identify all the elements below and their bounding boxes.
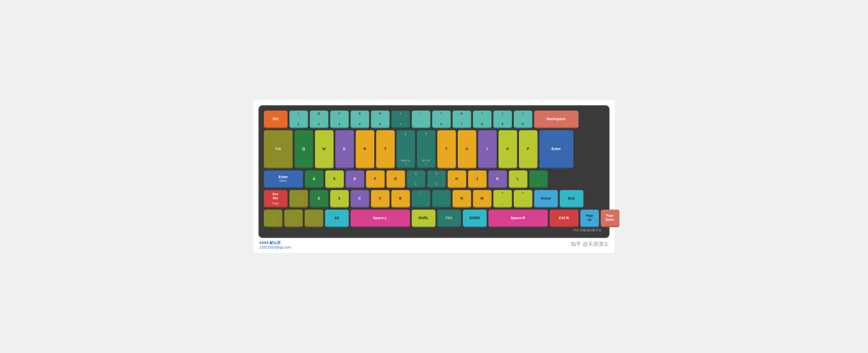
key-shiftl[interactable]: ShiftL: [412, 210, 436, 227]
key-rbrace[interactable]: } ]: [427, 170, 446, 188]
key-backspace[interactable]: Backspace: [534, 111, 579, 128]
key-5[interactable]: % 5: [371, 111, 390, 128]
key-tilde[interactable]: ~ `: [412, 111, 430, 128]
key-pipe[interactable]: | Num Lk \: [397, 130, 415, 168]
key-lt-top: <: [493, 191, 512, 195]
key-lbrace-bottom: [: [407, 182, 425, 186]
key-shiftl-label: ShiftL: [418, 216, 429, 220]
key-lbrace[interactable]: { [: [407, 170, 426, 188]
key-del[interactable]: Del: [264, 111, 288, 128]
key-u-label: U: [465, 147, 468, 151]
key-esc-win[interactable]: Esc Win Caps: [264, 190, 288, 208]
key-7-top: &: [453, 112, 471, 115]
key-d-label: D: [353, 177, 356, 181]
key-z[interactable]: Z: [310, 190, 329, 208]
key-p[interactable]: P: [519, 130, 537, 168]
key-1[interactable]: ! 1: [289, 111, 308, 128]
key-h-label: H: [456, 177, 458, 181]
key-h[interactable]: H: [448, 170, 466, 188]
key-2-bottom: 2: [310, 122, 328, 126]
key-3[interactable]: # 3: [330, 111, 349, 128]
key-fn1[interactable]: FN1: [437, 210, 461, 227]
key-esc-label: Esc: [264, 192, 287, 196]
key-ctrl-r[interactable]: Ctrl-R: [550, 210, 579, 227]
key-i-label: I: [487, 147, 488, 151]
key-6[interactable]: ^ 6: [432, 111, 451, 128]
key-r[interactable]: R: [356, 130, 374, 168]
key-u[interactable]: U: [458, 130, 476, 168]
key-lt[interactable]: < ,: [493, 190, 512, 208]
key-right[interactable]: →: [305, 210, 323, 227]
key-a[interactable]: A: [305, 170, 323, 188]
key-1-top: !: [289, 112, 308, 115]
key-d[interactable]: D: [346, 170, 364, 188]
key-up[interactable]: ↑: [289, 190, 308, 208]
key-e[interactable]: E: [335, 130, 354, 168]
key-lt-bottom: ,: [493, 202, 512, 205]
key-b[interactable]: B: [392, 190, 410, 208]
key-colon-top: :: [529, 172, 547, 175]
key-t[interactable]: T: [376, 130, 395, 168]
key-j[interactable]: J: [468, 170, 487, 188]
key-win-label: Win: [273, 197, 278, 200]
key-plus[interactable]: + =: [392, 111, 410, 128]
key-9[interactable]: ( 9: [493, 111, 512, 128]
key-down[interactable]: ↓: [284, 210, 303, 227]
key-left[interactable]: ←: [264, 210, 282, 227]
key-y[interactable]: Y: [437, 130, 456, 168]
key-gt-bottom: .: [514, 202, 532, 205]
key-4[interactable]: $ 4: [351, 111, 369, 128]
key-f[interactable]: F: [366, 170, 385, 188]
key-q[interactable]: Q: [294, 130, 313, 168]
key-n[interactable]: N: [453, 190, 471, 208]
key-5-bottom: 5: [371, 122, 389, 126]
key-2[interactable]: @ 2: [310, 111, 329, 128]
key-w[interactable]: W: [315, 130, 334, 168]
key-x[interactable]: X: [330, 190, 349, 208]
key-up-label: ↑: [298, 196, 300, 201]
key-n-label: N: [460, 196, 463, 201]
key-b-label: B: [399, 196, 402, 201]
key-enter-right[interactable]: Enter: [539, 130, 574, 168]
key-alt[interactable]: Alt: [325, 210, 349, 227]
key-s[interactable]: S: [325, 170, 344, 188]
key-colon[interactable]: : ;: [529, 170, 548, 188]
key-qmark[interactable]: ? Scr LK /: [417, 130, 436, 168]
key-del-label: Del: [273, 117, 278, 121]
key-m[interactable]: M: [473, 190, 492, 208]
key-v[interactable]: V: [371, 190, 390, 208]
row-bottom: ← ↓ → Alt Space-L ShiftL FN1 ShiftR: [264, 210, 604, 227]
key-dash-bottom: -: [432, 202, 450, 205]
key-ctrl-l: Ctrl-L: [279, 179, 287, 183]
key-space-r[interactable]: Space-R: [489, 210, 548, 227]
key-colon-bottom: ;: [529, 182, 547, 186]
keyboard-title: K68A-默认层: [259, 241, 291, 245]
key-c[interactable]: C: [351, 190, 369, 208]
key-dash[interactable]: _ -: [432, 190, 451, 208]
key-0[interactable]: ) 0: [514, 111, 532, 128]
key-pipe-top: |: [397, 132, 415, 136]
key-space-l[interactable]: Space-L: [351, 210, 410, 227]
key-1-bottom: 1: [289, 122, 308, 126]
key-pipe-bottom: \: [397, 163, 415, 166]
key-g[interactable]: G: [386, 170, 405, 188]
key-scrlk: Scr LK: [417, 159, 435, 162]
key-7[interactable]: & 7: [453, 111, 471, 128]
key-i[interactable]: I: [478, 130, 497, 168]
key-gt[interactable]: > .: [514, 190, 532, 208]
key-enter-left[interactable]: Enter Ctrl-L: [264, 170, 303, 188]
key-page-down[interactable]: PageDown: [601, 210, 619, 227]
key-c-label: C: [359, 196, 361, 201]
key-tab[interactable]: Tab: [264, 130, 293, 168]
key-page-up[interactable]: PageUp: [580, 210, 599, 227]
key-shiftr[interactable]: ShiftR: [463, 210, 487, 227]
key-t-label: T: [384, 147, 386, 151]
key-k[interactable]: K: [489, 170, 507, 188]
key-l[interactable]: L: [509, 170, 527, 188]
key-lbrace-top: {: [407, 172, 425, 175]
key-o[interactable]: O: [499, 130, 517, 168]
key-end[interactable]: End: [560, 190, 584, 208]
key-8[interactable]: * 8: [473, 111, 492, 128]
key-quote[interactable]: " ': [412, 190, 430, 208]
key-home[interactable]: Home: [534, 190, 558, 208]
